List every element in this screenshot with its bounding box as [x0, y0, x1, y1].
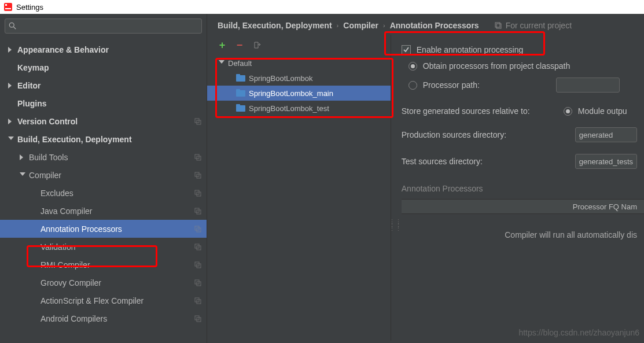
svg-line-4 [13, 27, 16, 29]
module-icon [236, 89, 245, 97]
module-icon [236, 74, 245, 82]
spacer [31, 298, 37, 304]
profile-root[interactable]: Default [207, 56, 391, 71]
expand-arrow-right-icon [8, 119, 14, 124]
svg-rect-32 [236, 89, 240, 91]
sidebar-item-label: Java Compiler [41, 206, 194, 216]
expand-arrow-down-icon [20, 172, 25, 178]
enable-checkbox[interactable] [402, 45, 411, 54]
module-icon [236, 104, 245, 112]
search-icon [9, 22, 17, 30]
app-icon [3, 2, 13, 12]
settings-tree: Appearance & BehaviorKeymapEditorPlugins… [0, 36, 207, 343]
svg-rect-30 [236, 74, 240, 76]
sidebar-item-label: ActionScript & Flex Compiler [41, 296, 194, 305]
expand-arrow-down-icon [8, 137, 14, 142]
processor-path-row[interactable]: Processor path: [395, 74, 644, 96]
add-profile-button[interactable]: + [218, 40, 227, 50]
sidebar-item-compiler[interactable]: Compiler [0, 166, 207, 184]
sidebar-item-annotation-processors[interactable]: Annotation Processors [0, 220, 207, 238]
move-profile-button[interactable] [252, 40, 262, 50]
sidebar-item-plugins[interactable]: Plugins [0, 94, 207, 112]
breadcrumb-item[interactable]: Compiler [343, 21, 378, 30]
sidebar-item-label: Validation [41, 242, 194, 252]
copy-icon [194, 189, 202, 197]
sidebar-item-build-tools[interactable]: Build Tools [0, 148, 207, 166]
spacer [31, 316, 37, 322]
remove-profile-button[interactable]: − [235, 40, 244, 50]
expand-arrow-down-icon [219, 60, 225, 66]
sidebar-item-label: Excludes [41, 189, 194, 198]
scope-label: For current project [494, 21, 572, 30]
spacer [31, 280, 37, 286]
sidebar-item-validation[interactable]: Validation [0, 238, 207, 256]
processors-section-header: Annotation Processors [395, 172, 644, 196]
search-input[interactable] [5, 19, 202, 34]
breadcrumb-item[interactable]: Build, Execution, Deployment [218, 21, 332, 30]
sidebar-item-rmi-compiler[interactable]: RMI Compiler [0, 256, 207, 274]
processors-table-header: Processor FQ Nam [402, 199, 644, 214]
breadcrumb: Build, Execution, Deployment › Compiler … [207, 14, 644, 35]
sidebar-item-version-control[interactable]: Version Control [0, 112, 207, 130]
copy-icon [194, 171, 202, 179]
processors-empty-message: Compiler will run all automatically dis [395, 214, 644, 239]
sidebar-item-keymap[interactable]: Keymap [0, 58, 207, 76]
expand-arrow-right-icon [8, 83, 14, 88]
profile-item-label: SpringBootLombok_test [249, 104, 329, 113]
spacer [31, 190, 37, 196]
sidebar-item-label: Keymap [17, 63, 202, 72]
window-title: Settings [16, 3, 43, 12]
processor-path-input[interactable] [556, 78, 620, 93]
expand-arrow-right-icon [8, 47, 14, 53]
sidebar-item-groovy-compiler[interactable]: Groovy Compiler [0, 274, 207, 292]
chevron-right-icon: › [337, 22, 339, 29]
sidebar-item-label: Android Compilers [41, 314, 194, 323]
copy-icon [194, 261, 202, 269]
spacer [31, 262, 37, 268]
spacer [31, 208, 37, 214]
window-title-bar: Settings [0, 0, 644, 14]
copy-icon [494, 21, 502, 29]
production-dir-input[interactable]: generated [575, 127, 637, 142]
procpath-radio[interactable] [409, 81, 417, 90]
chevron-right-icon: › [383, 22, 385, 29]
svg-rect-27 [495, 23, 500, 27]
copy-icon [194, 297, 202, 305]
svg-rect-34 [236, 104, 240, 106]
enable-processing-row[interactable]: Enable annotation processing [395, 42, 644, 58]
settings-content: Build, Execution, Deployment › Compiler … [207, 14, 644, 343]
expand-arrow-right-icon [20, 154, 25, 160]
sidebar-item-label: Compiler [29, 171, 194, 180]
copy-icon [194, 117, 202, 126]
sidebar-item-actionscript-flex-compiler[interactable]: ActionScript & Flex Compiler [0, 292, 207, 309]
copy-icon [194, 207, 202, 215]
copy-icon [194, 315, 202, 323]
sidebar-item-java-compiler[interactable]: Java Compiler [0, 202, 207, 220]
settings-sidebar: Appearance & BehaviorKeymapEditorPlugins… [0, 14, 207, 343]
svg-point-3 [9, 23, 14, 27]
sidebar-item-android-compilers[interactable]: Android Compilers [0, 309, 207, 327]
spacer [8, 101, 14, 106]
sidebar-item-appearance-behavior[interactable]: Appearance & Behavior [0, 40, 207, 58]
spacer [8, 65, 14, 71]
svg-rect-1 [5, 4, 7, 6]
profile-item[interactable]: SpringBootLombok_main [207, 86, 391, 101]
profile-list-panel: + − Default SpringBootLombokSpringBootLo… [207, 35, 391, 341]
sidebar-item-editor[interactable]: Editor [0, 76, 207, 94]
spacer [31, 226, 37, 232]
drag-handle-icon[interactable]: ⋮⋮⋮⋮⋮⋮ [389, 220, 402, 230]
obtain-radio[interactable] [409, 62, 417, 71]
sidebar-item-label: Appearance & Behavior [17, 45, 202, 54]
sidebar-item-label: Groovy Compiler [41, 278, 194, 287]
profile-item[interactable]: SpringBootLombok_test [207, 101, 391, 116]
sidebar-item-build-execution-deployment[interactable]: Build, Execution, Deployment [0, 130, 207, 148]
sidebar-item-excludes[interactable]: Excludes [0, 184, 207, 202]
profile-item[interactable]: SpringBootLombok [207, 71, 391, 86]
copy-icon [194, 243, 202, 251]
test-dir-input[interactable]: generated_tests [575, 154, 637, 169]
sidebar-item-label: Annotation Processors [41, 224, 194, 234]
copy-icon [194, 153, 202, 161]
sidebar-item-label: Plugins [17, 99, 202, 108]
obtain-classpath-row[interactable]: Obtain processors from project classpath [395, 58, 644, 74]
module-output-radio[interactable] [564, 107, 572, 116]
